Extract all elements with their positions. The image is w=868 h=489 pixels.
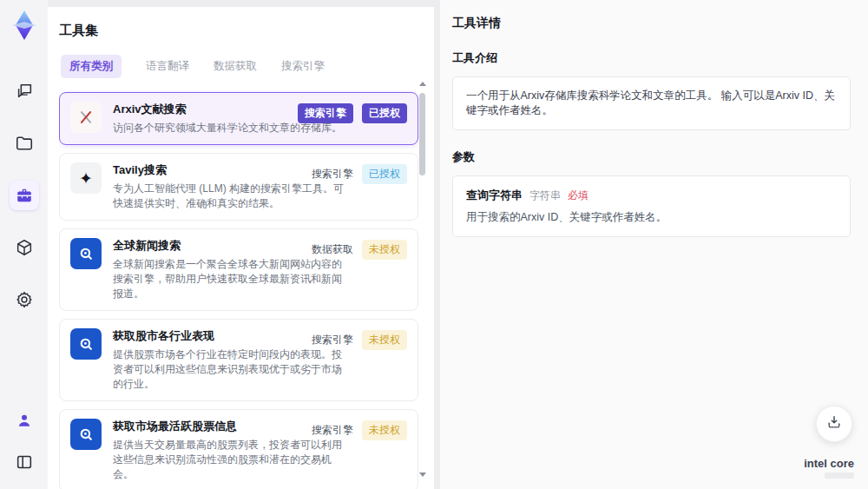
sidebar-item-collapse[interactable]: [10, 447, 39, 477]
intro-text: 一个用于从Arxiv存储库搜索科学论文和文章的工具。 输入可以是Arxiv ID…: [466, 89, 835, 116]
tool-description: 专为人工智能代理 (LLM) 构建的搜索引擎工具。可快速提供实时、准确和真实的结…: [113, 182, 347, 211]
tool-card[interactable]: 获取市场最活跃股票信息 提供当天交易量最高的股票列表，投资者可以利用这些信息来识…: [59, 409, 418, 489]
tool-card[interactable]: 获取股市各行业表现 提供股票市场各个行业在特定时间段内的表现。投资者可以利用这些…: [59, 319, 418, 401]
sidebar-item-packages[interactable]: [10, 233, 39, 262]
list-scrollbar[interactable]: [418, 82, 426, 477]
scrollbar-thumb[interactable]: [419, 93, 425, 175]
news-tool-icon: [70, 238, 102, 269]
scroll-down-arrow[interactable]: [419, 472, 426, 477]
page-title: 工具集: [59, 23, 434, 39]
brand-sub-mark: [825, 472, 854, 479]
param-required-badge: 必填: [568, 188, 589, 203]
category-tabs: 所有类别语言翻译数据获取搜索引擎: [61, 55, 434, 78]
tool-tags: 搜索引擎 已授权: [312, 164, 407, 184]
tab-0[interactable]: 所有类别: [61, 55, 122, 78]
tool-tags: 搜索引擎 已授权: [298, 103, 407, 123]
tool-detail-panel: 工具详情 工具介绍 一个用于从Arxiv存储库搜索科学论文和文章的工具。 输入可…: [440, 0, 868, 489]
intel-core-badge: intel core: [804, 458, 854, 479]
brand-label: intel core: [804, 457, 854, 470]
download-button[interactable]: [816, 406, 852, 442]
chat-icon: [15, 82, 34, 101]
arxiv-tool-icon: [70, 102, 102, 133]
tool-card[interactable]: Arxiv文献搜索 访问各个研究领域大量科学论文和文章的存储库。 搜索引擎 已授…: [59, 92, 418, 145]
tool-list-panel: 工具集 所有类别语言翻译数据获取搜索引擎 Arxiv文献搜索 访问各个研究领域大…: [48, 7, 434, 489]
folder-icon: [15, 134, 34, 153]
params-heading: 参数: [452, 149, 851, 165]
download-icon: [825, 413, 843, 434]
stock-tool-icon: [70, 419, 102, 450]
tab-3[interactable]: 搜索引擎: [281, 59, 325, 74]
tab-1[interactable]: 语言翻译: [146, 59, 189, 74]
sidebar: [0, 0, 48, 489]
tool-category-tag: 搜索引擎: [312, 423, 353, 438]
gear-icon: [15, 290, 34, 309]
param-type: 字符串: [529, 188, 561, 203]
tool-description: 提供当天交易量最高的股票列表，投资者可以利用这些信息来识别流动性强的股票和潜在的…: [113, 438, 347, 482]
tool-list: Arxiv文献搜索 访问各个研究领域大量科学论文和文章的存储库。 搜索引擎 已授…: [59, 90, 418, 489]
scroll-up-arrow[interactable]: [419, 82, 426, 86]
brand-text: intel core: [804, 458, 854, 470]
detail-title: 工具详情: [452, 16, 851, 31]
sidebar-item-files[interactable]: [10, 129, 39, 158]
toolbox-icon: [15, 186, 34, 205]
tab-2[interactable]: 数据获取: [214, 59, 257, 74]
intro-heading: 工具介绍: [452, 50, 851, 66]
sidebar-item-tools[interactable]: [10, 181, 39, 210]
tool-tags: 数据获取 未授权: [312, 240, 407, 260]
tool-description: 提供股票市场各个行业在特定时间段内的表现。投资者可以利用这些信息来识别表现优于或…: [113, 347, 347, 392]
tool-auth-badge: 未授权: [362, 420, 407, 440]
tool-category-tag: 数据获取: [312, 242, 353, 257]
tool-tags: 搜索引擎 未授权: [312, 420, 407, 440]
intro-box: 一个用于从Arxiv存储库搜索科学论文和文章的工具。 输入可以是Arxiv ID…: [452, 76, 851, 130]
tool-card[interactable]: ✦ Tavily搜索 专为人工智能代理 (LLM) 构建的搜索引擎工具。可快速提…: [59, 153, 418, 221]
tool-tags: 搜索引擎 未授权: [312, 330, 407, 350]
sidebar-nav: [10, 76, 39, 314]
tool-description: 全球新闻搜索是一个聚合全球各大新闻网站内容的搜索引擎，帮助用户快速获取全球最新资…: [113, 257, 347, 301]
tool-category-tag: 搜索引擎: [312, 333, 353, 347]
sidebar-item-settings[interactable]: [10, 285, 39, 314]
app-logo-icon: [10, 9, 39, 42]
param-name: 查询字符串: [466, 188, 523, 203]
tool-category-tag: 搜索引擎: [312, 167, 353, 182]
tavily-tool-icon: ✦: [70, 162, 102, 194]
tool-card[interactable]: 全球新闻搜索 全球新闻搜索是一个聚合全球各大新闻网站内容的搜索引擎，帮助用户快速…: [59, 228, 418, 311]
user-icon: [16, 412, 33, 429]
tool-auth-badge: 未授权: [362, 330, 407, 350]
tool-auth-badge: 已授权: [362, 103, 407, 123]
panel-toggle-icon: [15, 453, 34, 472]
stock-tool-icon: [70, 328, 102, 360]
tool-auth-badge: 已授权: [362, 164, 407, 184]
sidebar-item-chat[interactable]: [10, 76, 39, 106]
param-description: 用于搜索的Arxiv ID、关键字或作者姓名。: [466, 210, 837, 225]
param-box: 查询字符串 字符串 必填 用于搜索的Arxiv ID、关键字或作者姓名。: [452, 175, 851, 237]
tool-category-tag: 搜索引擎: [298, 103, 353, 123]
tool-auth-badge: 未授权: [362, 240, 407, 260]
sidebar-item-account[interactable]: [10, 406, 39, 435]
cube-icon: [15, 238, 34, 257]
sidebar-bottom: [0, 406, 48, 477]
